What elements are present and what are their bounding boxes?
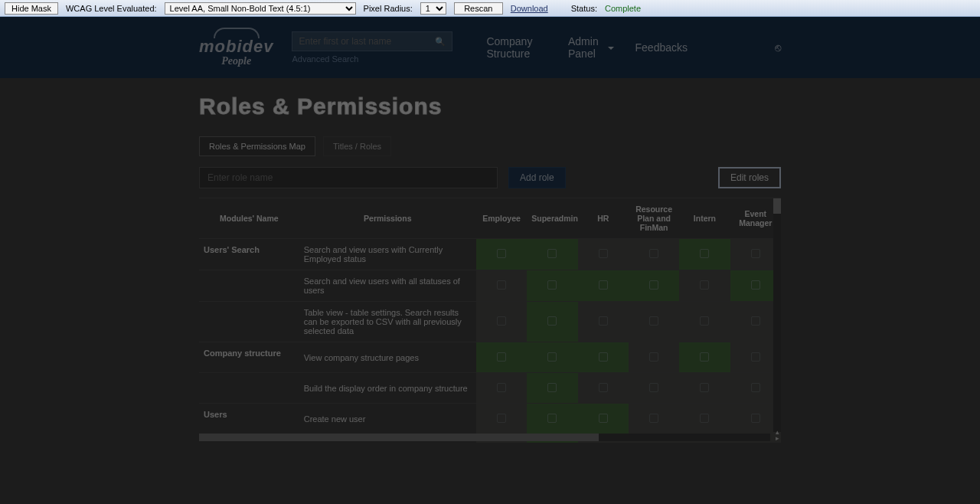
table-row: Users' SearchSearch and view users with …	[199, 239, 781, 270]
col-permissions: Permissions	[299, 198, 476, 239]
tabs: Roles & Permissions Map Titles / Roles	[199, 136, 781, 156]
permission-toggle[interactable]	[679, 342, 730, 373]
controls-row: Add role Edit roles	[199, 167, 781, 188]
permission-toggle[interactable]	[527, 342, 577, 373]
module-cell	[199, 270, 299, 302]
permission-toggle[interactable]	[476, 342, 527, 373]
col-role-1: Superadmin	[527, 198, 577, 239]
rescan-button[interactable]: Rescan	[454, 2, 503, 15]
nav-feedbacks[interactable]: Feedbacks	[635, 35, 688, 60]
col-module: Modules' Name	[199, 198, 299, 239]
permission-toggle[interactable]	[527, 302, 577, 342]
edit-roles-button[interactable]: Edit roles	[718, 167, 781, 188]
wcag-toolbar: Hide Mask WCAG Level Evaluated: Level AA…	[0, 0, 980, 17]
permission-toggle[interactable]	[679, 239, 730, 270]
permission-toggle[interactable]	[527, 404, 577, 434]
table-row: Build the display order in company struc…	[199, 373, 781, 404]
permission-cell: Create new user	[299, 404, 476, 434]
nav-admin-panel[interactable]: Admin Panel	[568, 35, 614, 60]
table-row: Table view - table settings. Search resu…	[199, 302, 781, 342]
table-row: Company structureView company structure …	[199, 342, 781, 373]
permission-toggle[interactable]	[527, 373, 577, 404]
caret-down-icon	[608, 47, 614, 50]
role-name-input[interactable]	[199, 167, 498, 188]
permission-toggle[interactable]	[679, 270, 730, 302]
col-role-4: Intern	[679, 198, 730, 239]
permission-toggle[interactable]	[476, 239, 527, 270]
nav-company-structure[interactable]: Company Structure	[486, 35, 547, 60]
permission-toggle[interactable]	[578, 270, 629, 302]
permission-toggle[interactable]	[578, 373, 629, 404]
permission-toggle[interactable]	[476, 373, 527, 404]
pixel-radius-select[interactable]: 1	[420, 2, 446, 15]
col-role-3: Resource Plan and FinMan	[629, 198, 679, 239]
permission-toggle[interactable]	[476, 404, 527, 434]
nav-links: Company Structure Admin Panel Feedbacks	[486, 35, 688, 60]
permission-cell: Search and view users with Currently Emp…	[299, 239, 476, 270]
scroll-corner-icon: ▴▸	[776, 429, 779, 441]
permission-cell: Table view - table settings. Search resu…	[299, 302, 476, 342]
search-icon[interactable]	[435, 36, 446, 47]
table-row: UsersCreate new user	[199, 404, 781, 434]
module-cell: Company structure	[199, 342, 299, 373]
pixel-radius-label: Pixel Radius:	[364, 4, 413, 13]
permission-toggle[interactable]	[578, 239, 629, 270]
permission-toggle[interactable]	[578, 404, 629, 434]
content-area: Roles & Permissions Roles & Permissions …	[0, 78, 980, 443]
permission-toggle[interactable]	[629, 302, 679, 342]
permissions-table: Modules' Name Permissions Employee Super…	[199, 198, 781, 443]
horizontal-scrollbar[interactable]	[199, 434, 770, 441]
permission-toggle[interactable]	[527, 239, 577, 270]
hide-mask-button[interactable]: Hide Mask	[5, 2, 58, 15]
permission-toggle[interactable]	[527, 270, 577, 302]
module-cell: Users' Search	[199, 239, 299, 270]
module-cell	[199, 302, 299, 342]
logo: mobidev People	[199, 28, 273, 67]
vertical-scrollbar[interactable]	[773, 198, 781, 432]
tab-titles-roles[interactable]: Titles / Roles	[323, 136, 391, 156]
status-label: Status:	[571, 4, 597, 13]
permission-toggle[interactable]	[629, 342, 679, 373]
permission-toggle[interactable]	[679, 302, 730, 342]
search-input[interactable]	[299, 36, 429, 47]
permission-toggle[interactable]	[476, 302, 527, 342]
table-row: Search and view users with all statuses …	[199, 270, 781, 302]
permission-cell: Build the display order in company struc…	[299, 373, 476, 404]
permission-toggle[interactable]	[629, 270, 679, 302]
permission-toggle[interactable]	[578, 302, 629, 342]
permission-toggle[interactable]	[629, 373, 679, 404]
logo-name: mobidev	[199, 37, 273, 57]
logout-icon[interactable]: ⎋	[775, 41, 781, 54]
add-role-button[interactable]: Add role	[508, 167, 566, 188]
module-cell: Users	[199, 404, 299, 434]
permission-toggle[interactable]	[629, 404, 679, 434]
permission-toggle[interactable]	[679, 404, 730, 434]
wcag-level-label: WCAG Level Evaluated:	[66, 4, 157, 13]
wcag-level-select[interactable]: Level AA, Small Non-Bold Text (4.5:1)	[165, 2, 356, 15]
logo-sub: People	[221, 55, 251, 67]
permission-cell: Search and view users with all statuses …	[299, 270, 476, 302]
search-input-wrap[interactable]	[292, 31, 452, 51]
col-role-0: Employee	[476, 198, 527, 239]
permission-toggle[interactable]	[629, 239, 679, 270]
page-title: Roles & Permissions	[199, 93, 781, 119]
status-value: Complete	[605, 4, 641, 13]
col-role-2: HR	[578, 198, 629, 239]
permission-cell: View company structure pages	[299, 342, 476, 373]
download-link[interactable]: Download	[511, 4, 548, 13]
permission-toggle[interactable]	[476, 270, 527, 302]
permission-toggle[interactable]	[679, 373, 730, 404]
app-header: mobidev People Advanced Search Company S…	[0, 17, 980, 78]
permissions-table-wrap: Modules' Name Permissions Employee Super…	[199, 198, 781, 443]
permission-toggle[interactable]	[578, 342, 629, 373]
tab-roles-map[interactable]: Roles & Permissions Map	[199, 136, 315, 156]
module-cell	[199, 373, 299, 404]
advanced-search-link[interactable]: Advanced Search	[292, 54, 452, 64]
